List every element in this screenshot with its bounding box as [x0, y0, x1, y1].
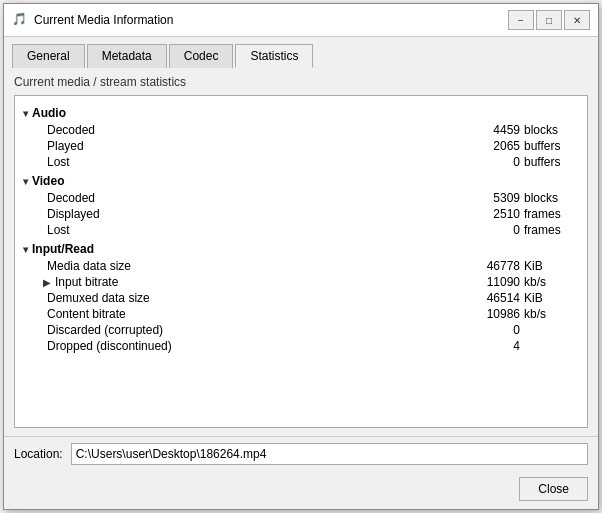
audio-decoded-unit: blocks	[524, 123, 579, 137]
video-displayed-unit: frames	[524, 207, 579, 221]
demuxed-data-size-value: 46514	[183, 291, 524, 305]
inputread-section-label: Input/Read	[32, 242, 94, 256]
input-bitrate-value: 11090	[185, 275, 524, 289]
video-arrow-icon: ▾	[23, 176, 28, 187]
demuxed-data-size-row: Demuxed data size 46514 KiB	[23, 290, 579, 306]
maximize-button[interactable]: □	[536, 10, 562, 30]
audio-section-header[interactable]: ▾ Audio	[23, 106, 579, 120]
app-icon: 🎵	[12, 12, 28, 28]
audio-played-unit: buffers	[524, 139, 579, 153]
video-lost-row: Lost 0 frames	[23, 222, 579, 238]
audio-lost-unit: buffers	[524, 155, 579, 169]
stream-label: Current media / stream statistics	[14, 75, 588, 89]
video-displayed-row: Displayed 2510 frames	[23, 206, 579, 222]
input-bitrate-arrow-icon: ▶	[43, 277, 51, 288]
video-displayed-label: Displayed	[23, 207, 183, 221]
video-decoded-unit: blocks	[524, 191, 579, 205]
demuxed-data-size-unit: KiB	[524, 291, 579, 305]
discarded-label: Discarded (corrupted)	[23, 323, 183, 337]
title-bar: 🎵 Current Media Information − □ ✕	[4, 4, 598, 37]
demuxed-data-size-label: Demuxed data size	[23, 291, 183, 305]
video-decoded-label: Decoded	[23, 191, 183, 205]
audio-section-label: Audio	[32, 106, 66, 120]
window-close-button[interactable]: ✕	[564, 10, 590, 30]
content-bitrate-value: 10986	[183, 307, 524, 321]
audio-played-value: 2065	[183, 139, 524, 153]
video-decoded-value: 5309	[183, 191, 524, 205]
media-data-size-unit: KiB	[524, 259, 579, 273]
content-bitrate-label: Content bitrate	[23, 307, 183, 321]
inputread-arrow-icon: ▾	[23, 244, 28, 255]
audio-decoded-row: Decoded 4459 blocks	[23, 122, 579, 138]
audio-lost-label: Lost	[23, 155, 183, 169]
media-data-size-row: Media data size 46778 KiB	[23, 258, 579, 274]
audio-decoded-label: Decoded	[23, 123, 183, 137]
input-bitrate-unit: kb/s	[524, 275, 579, 289]
tab-codec[interactable]: Codec	[169, 44, 234, 68]
audio-lost-row: Lost 0 buffers	[23, 154, 579, 170]
stats-panel: ▾ Audio Decoded 4459 blocks Played 2065 …	[14, 95, 588, 428]
inputread-section-header[interactable]: ▾ Input/Read	[23, 242, 579, 256]
video-section-label: Video	[32, 174, 64, 188]
discarded-row: Discarded (corrupted) 0	[23, 322, 579, 338]
video-displayed-value: 2510	[183, 207, 524, 221]
content-area: Current media / stream statistics ▾ Audi…	[4, 67, 598, 436]
tab-metadata[interactable]: Metadata	[87, 44, 167, 68]
audio-played-row: Played 2065 buffers	[23, 138, 579, 154]
location-label: Location:	[14, 447, 63, 461]
audio-arrow-icon: ▾	[23, 108, 28, 119]
content-bitrate-row: Content bitrate 10986 kb/s	[23, 306, 579, 322]
video-section-header[interactable]: ▾ Video	[23, 174, 579, 188]
location-input[interactable]	[71, 443, 588, 465]
discarded-value: 0	[183, 323, 524, 337]
window-controls: − □ ✕	[508, 10, 590, 30]
main-window: 🎵 Current Media Information − □ ✕ Genera…	[3, 3, 599, 510]
video-lost-label: Lost	[23, 223, 183, 237]
input-bitrate-header[interactable]: ▶ Input bitrate 11090 kb/s	[23, 274, 579, 290]
dropped-value: 4	[183, 339, 524, 353]
footer-location: Location:	[4, 436, 598, 471]
media-data-size-label: Media data size	[23, 259, 183, 273]
input-bitrate-label: Input bitrate	[55, 275, 185, 289]
tab-bar: General Metadata Codec Statistics	[4, 37, 598, 67]
content-bitrate-unit: kb/s	[524, 307, 579, 321]
audio-lost-value: 0	[183, 155, 524, 169]
minimize-button[interactable]: −	[508, 10, 534, 30]
close-button[interactable]: Close	[519, 477, 588, 501]
media-data-size-value: 46778	[183, 259, 524, 273]
audio-played-label: Played	[23, 139, 183, 153]
window-title: Current Media Information	[34, 13, 508, 27]
audio-decoded-value: 4459	[183, 123, 524, 137]
video-decoded-row: Decoded 5309 blocks	[23, 190, 579, 206]
tab-general[interactable]: General	[12, 44, 85, 68]
tab-statistics[interactable]: Statistics	[235, 44, 313, 68]
video-lost-unit: frames	[524, 223, 579, 237]
dropped-label: Dropped (discontinued)	[23, 339, 183, 353]
video-lost-value: 0	[183, 223, 524, 237]
dropped-row: Dropped (discontinued) 4	[23, 338, 579, 354]
bottom-bar: Close	[4, 471, 598, 509]
